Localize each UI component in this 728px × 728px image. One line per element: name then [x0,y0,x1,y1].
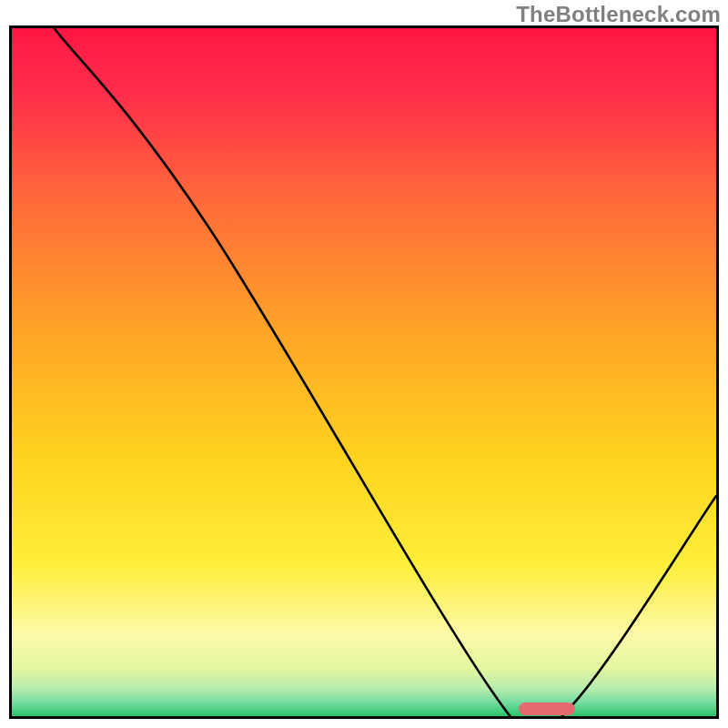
optimal-range-marker [519,703,575,715]
figure-canvas: TheBottleneck.com [0,0,728,728]
plot-area [9,25,719,719]
watermark-label: TheBottleneck.com [516,2,721,27]
bottleneck-curve [12,28,716,716]
